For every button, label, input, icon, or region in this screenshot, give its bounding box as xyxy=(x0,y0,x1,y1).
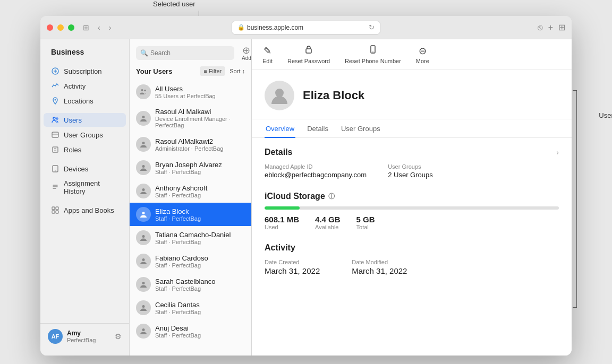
user-item-sarah[interactable]: Sarah Castelblanco Staff · PerfectBag xyxy=(130,273,251,296)
more-label: More xyxy=(416,58,429,64)
sidebar-item-activity[interactable]: Activity xyxy=(44,79,126,93)
add-button[interactable]: ⊕ xyxy=(242,45,250,56)
user-role-cecilia: Staff · PerfectBag xyxy=(155,309,201,315)
your-users-title: Your Users xyxy=(136,67,172,75)
svg-point-15 xyxy=(142,142,145,144)
sidebar-toggle-button[interactable]: ⊞ xyxy=(81,22,91,33)
storage-available-value: 4.4 GB xyxy=(315,215,341,224)
user-groups-field: User Groups 2 User Groups xyxy=(388,163,433,179)
date-created-label: Date Created xyxy=(265,259,320,265)
search-box[interactable]: 🔍 xyxy=(136,46,234,60)
share-button[interactable]: ⎋ xyxy=(538,23,543,32)
user-list: All Users 55 Users at PerfectBag Rasoul … xyxy=(130,80,251,356)
sidebar-footer-org: PerfectBag xyxy=(67,337,96,343)
grid-button[interactable]: ⊞ xyxy=(558,22,565,32)
tab-details[interactable]: Details xyxy=(306,119,329,138)
phone-icon xyxy=(368,45,378,57)
all-users-info: All Users 55 Users at PerfectBag xyxy=(155,85,216,99)
user-item-rasoul-malkawi[interactable]: Rasoul Al Malkawi Device Enrollment Mana… xyxy=(130,103,251,133)
user-info-tatiana: Tatiana Camacho-Daniel Staff · PerfectBa… xyxy=(155,231,231,245)
date-modified-field: Date Modified March 31, 2022 xyxy=(352,259,407,275)
user-item-rasoul2[interactable]: Rasoul AlMalkawi2 Administrator · Perfec… xyxy=(130,133,251,156)
user-item-cecilia[interactable]: Cecilia Dantas Staff · PerfectBag xyxy=(130,296,251,319)
user-role-eliza: Staff · PerfectBag xyxy=(155,215,201,222)
sidebar-item-users[interactable]: Users xyxy=(44,113,126,127)
sidebar-item-apps-books[interactable]: Apps and Books xyxy=(44,203,126,217)
more-button[interactable]: ⊖ More xyxy=(416,45,429,64)
detail-toolbar: ✎ Edit Reset Password Reset Phone Numb xyxy=(252,39,572,70)
new-tab-button[interactable]: + xyxy=(548,23,553,32)
all-users-icon xyxy=(136,84,151,99)
assignment-history-icon xyxy=(51,183,60,192)
user-item-anthony[interactable]: Anthony Ashcroft Staff · PerfectBag xyxy=(130,179,251,203)
user-icon-bryan xyxy=(136,160,151,175)
date-modified-label: Date Modified xyxy=(352,259,407,265)
detail-avatar xyxy=(265,81,294,110)
sidebar-footer-info: Amy PerfectBag xyxy=(67,330,96,343)
devices-label: Devices xyxy=(64,165,88,173)
sidebar-item-devices[interactable]: Devices xyxy=(44,162,126,176)
user-role-sarah: Staff · PerfectBag xyxy=(155,285,215,292)
maximize-button[interactable] xyxy=(68,24,74,31)
sidebar-spacer-3 xyxy=(40,198,129,203)
user-item-tatiana[interactable]: Tatiana Camacho-Daniel Staff · PerfectBa… xyxy=(130,226,251,249)
activity-fields: Date Created March 31, 2022 Date Modifie… xyxy=(265,259,559,275)
back-button[interactable]: ‹ xyxy=(96,22,103,33)
url-bar-container: 🔒 business.apple.com ↻ xyxy=(232,21,380,34)
svg-point-26 xyxy=(372,51,373,53)
sidebar-item-locations[interactable]: Locations xyxy=(44,94,126,108)
tab-user-groups[interactable]: User Groups xyxy=(340,119,381,138)
add-label: Add xyxy=(242,55,251,61)
storage-total-label: Total xyxy=(356,224,375,230)
filter-sort-controls: ≡ Filter Sort ↕ xyxy=(200,66,245,76)
tab-overview[interactable]: Overview xyxy=(265,119,295,138)
detail-user-name: Eliza Block xyxy=(303,89,364,102)
user-info-anuj: Anuj Desai Staff · PerfectBag xyxy=(155,324,201,339)
details-chevron-icon: › xyxy=(556,148,559,157)
filter-button[interactable]: ≡ Filter xyxy=(200,66,225,76)
user-icon-tatiana xyxy=(136,230,151,245)
sidebar-item-subscription[interactable]: Subscription xyxy=(44,64,126,78)
svg-point-21 xyxy=(142,282,145,284)
sort-button[interactable]: Sort ↕ xyxy=(230,68,245,74)
detail-header: Eliza Block xyxy=(252,70,572,119)
reset-password-button[interactable]: Reset Password xyxy=(287,45,330,64)
details-section-title: Details xyxy=(265,148,292,157)
user-item-anuj[interactable]: Anuj Desai Staff · PerfectBag xyxy=(130,319,251,343)
search-input[interactable] xyxy=(150,49,230,57)
svg-point-3 xyxy=(56,118,58,119)
edit-button[interactable]: ✎ Edit xyxy=(262,45,273,64)
detail-tabs: Overview Details User Groups xyxy=(252,119,572,138)
user-name-fabiano: Fabiano Cardoso xyxy=(155,254,208,262)
storage-total-value: 5 GB xyxy=(356,215,375,224)
user-role-fabiano: Staff · PerfectBag xyxy=(155,262,208,268)
subscription-icon xyxy=(51,67,60,75)
sidebar-item-assignment-history[interactable]: Assignment History xyxy=(44,177,126,198)
devices-icon xyxy=(51,164,60,173)
user-icon-rasoul2 xyxy=(136,137,151,152)
user-name-bryan: Bryan Joseph Alvarez xyxy=(155,161,222,169)
user-item-eliza[interactable]: Eliza Block Staff · PerfectBag xyxy=(130,203,251,226)
user-item-all-users[interactable]: All Users 55 Users at PerfectBag xyxy=(130,80,251,103)
sidebar-item-user-groups[interactable]: User Groups xyxy=(44,128,126,142)
url-bar[interactable]: 🔒 business.apple.com ↻ xyxy=(232,21,380,34)
reload-icon[interactable]: ↻ xyxy=(369,23,375,31)
user-name-anuj: Anuj Desai xyxy=(155,324,201,332)
edit-label: Edit xyxy=(262,58,273,64)
svg-point-1 xyxy=(55,99,56,101)
user-role-rasoul2: Administrator · PerfectBag xyxy=(155,145,223,152)
user-item-fabiano[interactable]: Fabiano Cardoso Staff · PerfectBag xyxy=(130,249,251,273)
managed-apple-id-label: Managed Apple ID xyxy=(265,163,367,170)
sidebar-item-roles[interactable]: Roles xyxy=(44,143,126,157)
user-info-rasoul2: Rasoul AlMalkawi2 Administrator · Perfec… xyxy=(155,137,223,152)
date-created-value: March 31, 2022 xyxy=(265,266,320,275)
svg-rect-10 xyxy=(52,211,55,213)
close-button[interactable] xyxy=(47,24,53,31)
minimize-button[interactable] xyxy=(57,24,64,31)
reset-phone-button[interactable]: Reset Phone Number xyxy=(345,45,401,64)
roles-icon xyxy=(51,145,60,154)
user-item-bryan[interactable]: Bryan Joseph Alvarez Staff · PerfectBag xyxy=(130,156,251,179)
forward-button[interactable]: › xyxy=(107,22,114,33)
sidebar-footer-settings-button[interactable]: ⚙ xyxy=(115,332,122,341)
user-icon-anuj xyxy=(136,324,151,339)
